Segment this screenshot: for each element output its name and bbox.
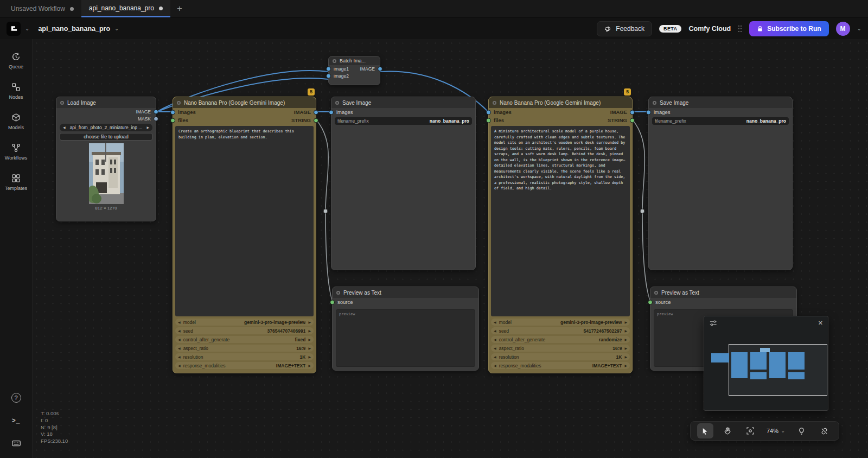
loaded-image-preview[interactable] [89,143,124,204]
node-save-image-1[interactable]: Save Image images filename_prefix nano_b… [331,97,476,270]
node-header[interactable]: Preview as Text [650,287,796,298]
next-value-icon[interactable]: ▶ [308,338,311,341]
logo-menu-caret-icon[interactable]: ⌄ [25,26,29,31]
workflow-menu-caret-icon[interactable]: ⌄ [114,26,119,31]
widget-aspect-ratio[interactable]: ◀aspect_ratio16:9▶ [491,345,630,352]
select-tool-button[interactable] [697,423,713,438]
prev-value-icon[interactable]: ◀ [178,321,181,324]
sidebar-item-models[interactable]: Models [0,106,32,137]
widget-control-after-generate[interactable]: ◀control_after_generatefixed▶ [175,336,314,343]
minimap-options-icon[interactable] [709,319,717,327]
next-value-icon[interactable]: ▶ [624,355,627,359]
node-load-image[interactable]: Load Image IMAGE MASK ◀ api_from_photo_2… [56,97,156,221]
prev-value-icon[interactable]: ◀ [178,329,181,333]
node-header[interactable]: Batch Ima... [329,56,380,65]
comfy-cloud-label[interactable]: Comfy Cloud [688,25,731,33]
output-slot-string[interactable] [630,118,635,123]
widget-response-modalities[interactable]: ◀response_modalitiesIMAGE+TEXT▶ [175,362,314,369]
input-slot-images[interactable] [329,110,334,114]
next-value-icon[interactable]: ▶ [308,355,311,359]
image-file-combo[interactable]: ◀ api_from_photo_2_miniature_inp ... ▶ [60,124,152,131]
input-slot-source[interactable] [330,300,335,304]
fit-view-button[interactable] [742,423,758,438]
output-slot-image[interactable] [154,109,158,114]
prev-value-icon[interactable]: ◀ [494,338,496,341]
next-value-icon[interactable]: ▶ [308,364,311,367]
subscribe-to-run-button[interactable]: Subscribe to Run [749,21,828,36]
next-value-icon[interactable]: ▶ [308,329,311,333]
next-value-icon[interactable]: ▶ [308,321,311,324]
prev-value-icon[interactable]: ◀ [63,126,66,129]
widget-aspect-ratio[interactable]: ◀aspect_ratio16:9▶ [175,345,314,352]
pan-tool-button[interactable] [719,423,736,438]
avatar-menu-caret-icon[interactable]: ⌄ [857,26,861,31]
node-header[interactable]: Save Image [331,97,475,108]
widget-seed[interactable]: ◀seed376544707406991▶ [175,327,314,334]
prev-value-icon[interactable]: ◀ [178,364,181,367]
minimap-close-button[interactable]: ✕ [818,320,823,327]
input-slot-files[interactable] [170,118,175,123]
output-slot-image[interactable] [314,110,318,114]
next-value-icon[interactable]: ▶ [624,338,627,341]
prev-value-icon[interactable]: ◀ [178,355,181,359]
next-value-icon[interactable]: ▶ [308,347,311,350]
next-value-icon[interactable]: ▶ [624,364,627,367]
new-tab-button[interactable]: + [170,0,189,17]
user-avatar[interactable]: M [836,22,850,36]
link-midpoint-dot[interactable] [323,209,328,213]
node-nano-banana-pro-1[interactable]: 5 Nano Banana Pro (Google Gemini Image) … [173,97,316,373]
prev-value-icon[interactable]: ◀ [494,355,496,359]
input-slot-files[interactable] [486,118,491,123]
output-slot-image[interactable] [630,110,635,114]
widget-response-modalities[interactable]: ◀response_modalitiesIMAGE+TEXT▶ [491,362,630,369]
drag-handle-icon[interactable] [738,25,742,33]
next-value-icon[interactable]: ▶ [624,347,627,350]
output-slot-mask[interactable] [154,116,158,121]
prev-value-icon[interactable]: ◀ [494,364,496,367]
prompt-textarea[interactable]: Create an orthographic blueprint that de… [175,126,314,316]
toggle-link-visibility-button[interactable] [816,423,832,438]
output-slot-image[interactable] [378,66,382,71]
node-header[interactable]: Save Image [649,97,792,108]
tab-unsaved-workflow[interactable]: Unsaved Workflow [3,0,81,17]
node-preview-as-text-1[interactable]: Preview as Text source preview [332,287,479,371]
sidebar-item-nodes[interactable]: Nodes [0,76,32,106]
sidebar-item-templates[interactable]: Templates [0,167,32,198]
node-header[interactable]: Preview as Text [333,287,478,298]
widget-filename-prefix[interactable]: filename_prefix nano_banana_pro [335,117,472,125]
next-value-icon[interactable]: ▶ [624,321,627,324]
input-slot-images[interactable] [646,110,651,114]
link-midpoint-dot[interactable] [640,209,644,213]
input-slot-images[interactable] [170,110,175,114]
help-button[interactable]: ? [11,393,21,403]
prev-value-icon[interactable]: ◀ [178,347,181,350]
input-slot-image1[interactable] [326,66,331,71]
next-value-icon[interactable]: ▶ [624,329,627,333]
workflow-name[interactable]: api_nano_banana_pro [38,25,110,33]
widget-model[interactable]: ◀modelgemini-3-pro-image-preview▶ [175,319,314,326]
widget-control-after-generate[interactable]: ◀control_after_generaterandomize▶ [491,336,630,343]
input-slot-source[interactable] [648,300,653,304]
next-value-icon[interactable]: ▶ [146,126,149,129]
comfy-logo[interactable] [7,22,21,36]
terminal-button[interactable]: >_ [12,417,21,424]
sidebar-item-queue[interactable]: Queue [0,46,32,76]
input-slot-images[interactable] [486,110,491,114]
graph-canvas[interactable]: Batch Ima... image1 IMAGE image2 Load Im… [33,39,868,458]
preview-text-area[interactable]: preview [336,309,475,367]
prev-value-icon[interactable]: ◀ [178,338,181,341]
widget-resolution[interactable]: ◀resolution1K▶ [175,353,314,360]
node-save-image-2[interactable]: Save Image images filename_prefix nano_b… [648,97,793,270]
node-header[interactable]: Nano Banana Pro (Google Gemini Image) [489,97,632,108]
node-batch-image[interactable]: Batch Ima... image1 IMAGE image2 [328,56,380,85]
node-header[interactable]: Nano Banana Pro (Google Gemini Image) [173,97,316,108]
zoom-level-button[interactable]: 74% ⌄ [764,428,787,434]
prev-value-icon[interactable]: ◀ [494,321,496,324]
hints-button[interactable] [794,423,810,438]
widget-resolution[interactable]: ◀resolution1K▶ [491,353,630,360]
keyboard-shortcuts-button[interactable] [11,438,21,448]
output-slot-string[interactable] [314,118,318,123]
node-nano-banana-pro-2[interactable]: 5 Nano Banana Pro (Google Gemini Image) … [488,97,633,373]
tab-api-nano-banana-pro[interactable]: api_nano_banana_pro [81,0,170,17]
input-slot-image2[interactable] [326,73,331,78]
